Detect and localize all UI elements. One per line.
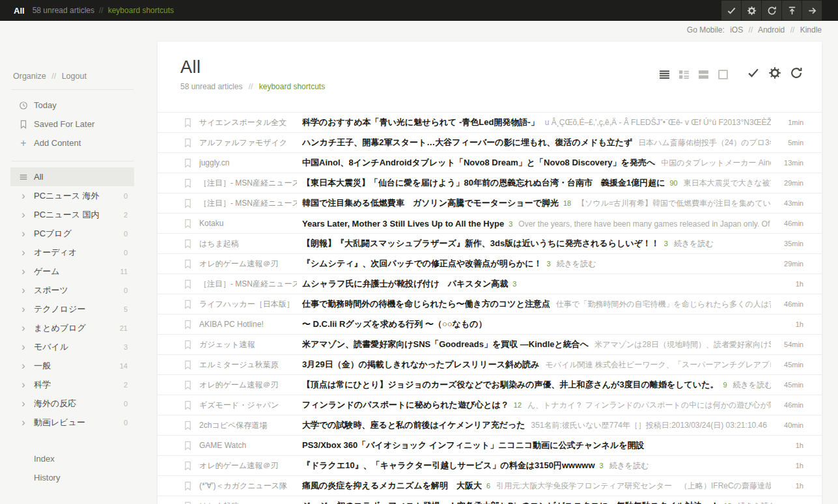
sidebar-category-item[interactable]: › 一般 14 — [10, 356, 134, 375]
save-bookmark-icon[interactable] — [184, 259, 193, 269]
chevron-right-icon[interactable]: › — [18, 380, 29, 389]
save-bookmark-icon[interactable] — [184, 461, 193, 471]
chevron-right-icon[interactable]: › — [18, 286, 29, 295]
chevron-right-icon[interactable]: › — [18, 305, 29, 314]
article-row[interactable]: Kotaku Years Later, Mother 3 Still Lives… — [158, 214, 822, 234]
topbar-keyboard-shortcuts-link[interactable]: keyboard shortcuts — [108, 6, 174, 15]
article-read-more[interactable]: 続きを読む — [737, 501, 777, 504]
sidebar-item-today[interactable]: Today — [10, 96, 134, 115]
logout-link[interactable]: Logout — [62, 72, 87, 81]
go-mobile-kindle-link[interactable]: Kindle — [800, 25, 822, 35]
sidebar-item-history[interactable]: History — [10, 468, 134, 487]
sidebar-category-item[interactable]: › 科学 2 — [10, 375, 134, 394]
article-row[interactable]: (*'∀')＜カガクニュース隊 痛風の炎症を抑えるメカニズムを解明 大阪大6引用… — [158, 476, 822, 496]
topbar-title[interactable]: All — [14, 6, 25, 16]
save-bookmark-icon[interactable] — [184, 178, 193, 188]
chevron-right-icon[interactable]: › — [18, 191, 29, 201]
article-row[interactable]: ［注目］- MSN産経ニュース ムシャラフ氏に弁護士が靴投げ付け パキスタン高裁… — [158, 274, 822, 294]
sidebar-category-item[interactable]: › 動画レビュー 0 — [10, 413, 134, 432]
article-read-more[interactable]: 続きを読む — [557, 259, 596, 268]
save-bookmark-icon[interactable] — [184, 501, 193, 504]
sidebar-category-item[interactable]: › ゲーム 11 — [10, 262, 134, 281]
article-row[interactable]: はちま起稿 【朗報】『大乱闘スマッシュブラザーズ』新作、3ds版は近いうちに発売… — [158, 234, 822, 254]
chevron-right-icon[interactable]: › — [18, 229, 29, 238]
sidebar-category-item[interactable]: › PCニュース 国内 2 — [10, 205, 134, 224]
sidebar-category-item[interactable]: › テクノロジー 5 — [10, 300, 134, 318]
article-row[interactable]: ライフハッカー［日本版］ 仕事で勤務時間外の待機を命じられたら〜働き方のコツと注… — [158, 294, 822, 315]
mark-all-read-icon[interactable] — [721, 1, 741, 20]
sidebar-category-item[interactable]: › モバイル 3 — [10, 337, 134, 356]
article-read-more[interactable]: 続きを読む — [733, 380, 771, 389]
save-bookmark-icon[interactable] — [184, 138, 193, 148]
chevron-right-icon[interactable]: › — [18, 361, 29, 371]
feed-settings-gear-icon[interactable] — [768, 66, 781, 79]
sidebar-category-item[interactable]: › PCニュース 海外 0 — [10, 186, 134, 205]
save-bookmark-icon[interactable] — [184, 239, 193, 249]
chevron-right-icon[interactable]: › — [18, 267, 29, 276]
save-bookmark-icon[interactable] — [184, 199, 193, 208]
next-article-icon[interactable] — [802, 1, 822, 20]
sidebar-category-item[interactable]: › PCブログ 0 — [10, 224, 134, 243]
sidebar-category-item[interactable]: › スポーツ 0 — [10, 281, 134, 300]
article-row[interactable]: はちま起稿 ジョジョ初のコラボ・フィニト登場…！空条承太郎とDioのコンビがユニ… — [158, 496, 822, 504]
sidebar-category-item[interactable]: › オーディオ 0 — [10, 243, 134, 262]
article-timestamp: 29min — [771, 179, 803, 187]
full-view-icon[interactable] — [718, 69, 729, 80]
sidebar-category-item[interactable]: › まとめブログ 21 — [10, 318, 134, 337]
article-row[interactable]: エルミタージュ秋葉原 3月29日（金）の掲載しきれなかったプレスリリース斜め読み… — [158, 355, 822, 375]
save-bookmark-icon[interactable] — [184, 340, 193, 350]
chevron-right-icon[interactable]: › — [18, 343, 29, 352]
article-row[interactable]: ギズモード・ジャパン フィンランドのパスポートに秘められた遊び心とは？12ん、ト… — [158, 395, 822, 415]
settings-gear-icon[interactable] — [742, 1, 761, 20]
article-row[interactable]: ［注目］- MSN産経ニュース 韓国で注目集める低燃費車 ガソリン高騰でモーター… — [158, 193, 822, 214]
save-bookmark-icon[interactable] — [184, 380, 193, 390]
article-row[interactable]: GAME Watch PS3/Xbox 360「バイオショック インフィニット」… — [158, 436, 822, 456]
save-bookmark-icon[interactable] — [184, 118, 193, 128]
magazine-view-icon[interactable] — [678, 69, 690, 80]
save-bookmark-icon[interactable] — [184, 158, 193, 168]
chevron-right-icon[interactable]: › — [18, 399, 29, 408]
save-bookmark-icon[interactable] — [184, 300, 193, 309]
save-bookmark-icon[interactable] — [184, 481, 193, 491]
sidebar-category-item[interactable]: › 海外の反応 0 — [10, 394, 134, 413]
list-view-icon[interactable] — [659, 69, 670, 80]
keyboard-shortcuts-link[interactable]: keyboard shortcuts — [259, 82, 325, 91]
save-bookmark-icon[interactable] — [184, 400, 193, 410]
save-bookmark-icon[interactable] — [184, 441, 193, 451]
organize-link[interactable]: Organize — [13, 72, 46, 81]
refresh-icon[interactable] — [762, 1, 781, 20]
article-row[interactable]: AKIBA PC Hotline! 〜 D.C.Iii Rグッズを求める行列 〜… — [158, 315, 822, 335]
save-bookmark-icon[interactable] — [184, 279, 193, 289]
article-row[interactable]: オレ的ゲーム速報＠刃 『ドラクエ10』、「キャラクター引越しサービス」の料金は3… — [158, 456, 822, 476]
mark-all-read-icon[interactable] — [747, 66, 760, 79]
go-mobile-android-link[interactable]: Android — [758, 25, 785, 35]
sidebar-item-add-content[interactable]: + Add Content — [10, 133, 134, 152]
sidebar-item-saved-for-later[interactable]: Saved For Later — [10, 115, 134, 133]
article-row[interactable]: 2chコピペ保存道場 大学での試験時、座ると私の前後はイケメンリア充だった351… — [158, 415, 822, 436]
save-bookmark-icon[interactable] — [184, 421, 193, 430]
article-row[interactable]: ガジェット速報 米アマゾン、読書愛好家向けSNS「Goodreads」を買収 —… — [158, 335, 822, 355]
article-row[interactable]: オレ的ゲーム速報＠刃 【頂点は常にひとり】ジョジョのカーズ役などでお馴染みの声優… — [158, 375, 822, 395]
article-row[interactable]: アルファルファモザイク ハンカチ王子、開幕2軍スタート…大谷フィーバーの影に埋も… — [158, 133, 822, 153]
feed-refresh-icon[interactable] — [790, 66, 803, 79]
sidebar-item-all[interactable]: All — [10, 167, 134, 186]
save-bookmark-icon[interactable] — [184, 219, 193, 229]
chevron-right-icon[interactable]: › — [18, 210, 29, 219]
go-mobile-ios-link[interactable]: iOS — [730, 25, 743, 35]
chevron-right-icon[interactable]: › — [18, 248, 29, 257]
chevron-right-icon[interactable]: › — [18, 324, 29, 333]
topbar-separator: // — [99, 6, 104, 15]
scroll-to-top-icon[interactable] — [782, 1, 802, 20]
sidebar-item-index[interactable]: Index — [10, 449, 134, 468]
save-bookmark-icon[interactable] — [184, 320, 193, 329]
article-read-more[interactable]: 続きを読む — [674, 239, 714, 248]
save-bookmark-icon[interactable] — [184, 360, 193, 370]
article-read-more[interactable]: 続きを読む — [609, 461, 649, 470]
article-row[interactable]: サイエンスポータル全文 科学のおすすめ本「青い光に魅せられて -青色Led開発物… — [158, 113, 822, 133]
cards-view-icon[interactable] — [698, 69, 709, 80]
article-row[interactable]: juggly.cn 中国Ainol、8インチAndroidタブレット「Novo8… — [158, 153, 822, 173]
article-row[interactable]: オレ的ゲーム速報＠刃 『シムシティ』、次回パッチでの修正点や改善点が明らかに！3… — [158, 254, 822, 274]
article-timestamp: 46min — [771, 219, 803, 227]
chevron-right-icon[interactable]: › — [18, 418, 29, 427]
article-row[interactable]: ［注目］- MSN産経ニュース 【東日本大震災】「仙台に愛を届けよう」80年前の… — [158, 173, 822, 193]
